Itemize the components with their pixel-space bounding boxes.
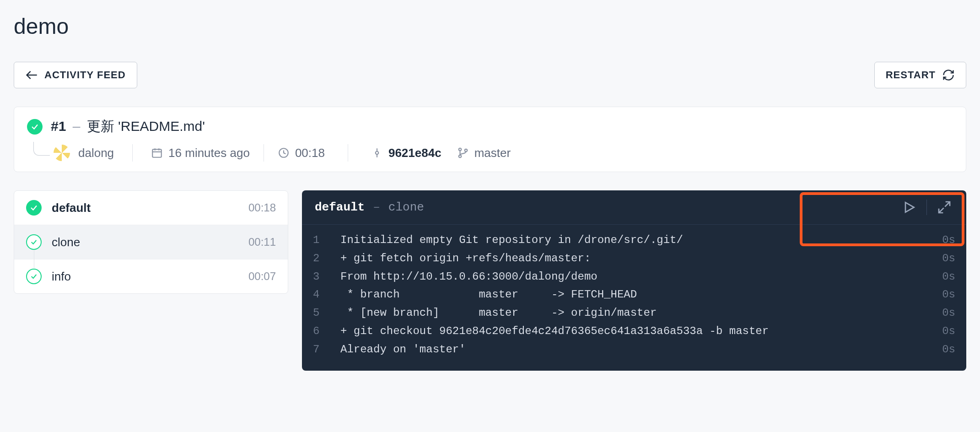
log-line-text: Already on 'master' xyxy=(340,340,933,359)
log-line-text: + git checkout 9621e84c20efde4c24d76365e… xyxy=(340,322,933,340)
svg-point-6 xyxy=(376,151,379,155)
log-line-number: 7 xyxy=(313,340,340,359)
restart-label: RESTART xyxy=(886,69,936,81)
build-number: #1 xyxy=(51,119,66,134)
meta-separator xyxy=(348,144,348,162)
log-line-duration: 0s xyxy=(942,322,955,340)
status-success-icon xyxy=(27,119,43,135)
status-success-icon xyxy=(26,269,42,284)
svg-rect-1 xyxy=(152,149,162,157)
build-commit[interactable]: 9621e84c xyxy=(371,146,442,160)
log-line-text: From http://10.15.0.66:3000/dalong/demo xyxy=(340,268,933,286)
log-line: 4 * branch master -> FETCH_HEAD 0s xyxy=(313,286,955,304)
log-line-number: 6 xyxy=(313,322,340,340)
build-branch[interactable]: master xyxy=(457,146,511,160)
commit-icon xyxy=(371,147,383,159)
svg-line-13 xyxy=(945,202,950,207)
meta-separator xyxy=(264,144,264,162)
log-line-number: 3 xyxy=(313,268,340,286)
log-line-duration: 0s xyxy=(942,268,955,286)
log-panel: default – clone 1 Init xyxy=(302,190,966,371)
step-item-clone[interactable]: clone 00:11 xyxy=(14,225,288,259)
log-dash: – xyxy=(373,200,380,214)
step-time: 00:11 xyxy=(248,236,276,248)
log-stage: default xyxy=(315,200,365,214)
svg-point-10 xyxy=(458,155,461,157)
log-line-text: + git fetch origin +refs/heads/master: xyxy=(340,249,933,268)
status-success-icon xyxy=(26,200,42,216)
build-title: #1 – 更新 'README.md' xyxy=(51,117,205,136)
status-success-icon xyxy=(26,234,42,250)
steps-panel: default 00:18 clone 00:11 info 00:07 xyxy=(14,190,288,294)
svg-line-14 xyxy=(939,208,944,213)
step-name: clone xyxy=(52,235,248,249)
log-actions xyxy=(897,198,956,217)
meta-connector xyxy=(33,142,50,156)
log-line-text: * [new branch] master -> origin/master xyxy=(340,304,933,322)
build-author: dalong xyxy=(78,146,114,160)
log-line-duration: 0s xyxy=(942,340,955,359)
clock-icon xyxy=(278,147,290,159)
log-line-text: Initialized empty Git repository in /dro… xyxy=(340,231,933,249)
build-duration: 00:18 xyxy=(278,146,325,160)
action-divider xyxy=(926,200,927,215)
calendar-icon xyxy=(151,147,163,159)
play-icon xyxy=(902,200,916,215)
log-line-text: * branch master -> FETCH_HEAD xyxy=(340,286,933,304)
activity-feed-button[interactable]: ACTIVITY FEED xyxy=(14,62,137,88)
log-line-duration: 0s xyxy=(942,231,955,249)
log-body: 1 Initialized empty Git repository in /d… xyxy=(302,225,966,371)
log-line-duration: 0s xyxy=(942,249,955,268)
log-header: default – clone xyxy=(302,190,966,225)
log-line: 3 From http://10.15.0.66:3000/dalong/dem… xyxy=(313,268,955,286)
arrow-left-icon xyxy=(25,69,38,81)
log-line: 6 + git checkout 9621e84c20efde4c24d7636… xyxy=(313,322,955,340)
toolbar: ACTIVITY FEED RESTART xyxy=(14,62,966,88)
avatar xyxy=(54,145,70,161)
step-item-info[interactable]: info 00:07 xyxy=(14,259,288,293)
stage-name: default xyxy=(52,201,248,215)
step-time: 00:07 xyxy=(248,270,276,283)
restart-button[interactable]: RESTART xyxy=(874,62,966,88)
log-line: 2 + git fetch origin +refs/heads/master:… xyxy=(313,249,955,268)
svg-point-11 xyxy=(464,149,467,151)
log-line: 5 * [new branch] master -> origin/master… xyxy=(313,304,955,322)
build-message: 更新 'README.md' xyxy=(87,119,205,134)
log-line: 1 Initialized empty Git repository in /d… xyxy=(313,231,955,249)
log-line-number: 1 xyxy=(313,231,340,249)
expand-icon xyxy=(937,200,952,215)
activity-feed-label: ACTIVITY FEED xyxy=(44,69,126,81)
build-card: #1 – 更新 'README.md' dalong 16 minutes ag… xyxy=(14,107,966,172)
log-line-number: 4 xyxy=(313,286,340,304)
log-step: clone xyxy=(388,200,424,214)
step-name: info xyxy=(52,270,248,284)
refresh-icon xyxy=(942,69,955,81)
svg-point-9 xyxy=(458,148,461,151)
log-line-duration: 0s xyxy=(942,304,955,322)
expand-logs-button[interactable] xyxy=(932,198,956,217)
build-time-ago: 16 minutes ago xyxy=(151,146,250,160)
log-line-number: 2 xyxy=(313,249,340,268)
stage-item-default[interactable]: default 00:18 xyxy=(14,191,288,225)
page-title: demo xyxy=(14,0,966,62)
log-line: 7 Already on 'master' 0s xyxy=(313,340,955,359)
build-meta: dalong 16 minutes ago 00:18 9621e84c mas… xyxy=(33,144,953,162)
svg-marker-12 xyxy=(905,202,914,212)
log-line-number: 5 xyxy=(313,304,340,322)
log-breadcrumb: default – clone xyxy=(315,200,424,214)
log-line-duration: 0s xyxy=(942,286,955,304)
build-dash: – xyxy=(73,119,81,134)
stage-time: 00:18 xyxy=(248,201,276,214)
branch-icon xyxy=(457,147,469,159)
meta-separator xyxy=(132,144,133,162)
follow-logs-button[interactable] xyxy=(897,198,921,217)
